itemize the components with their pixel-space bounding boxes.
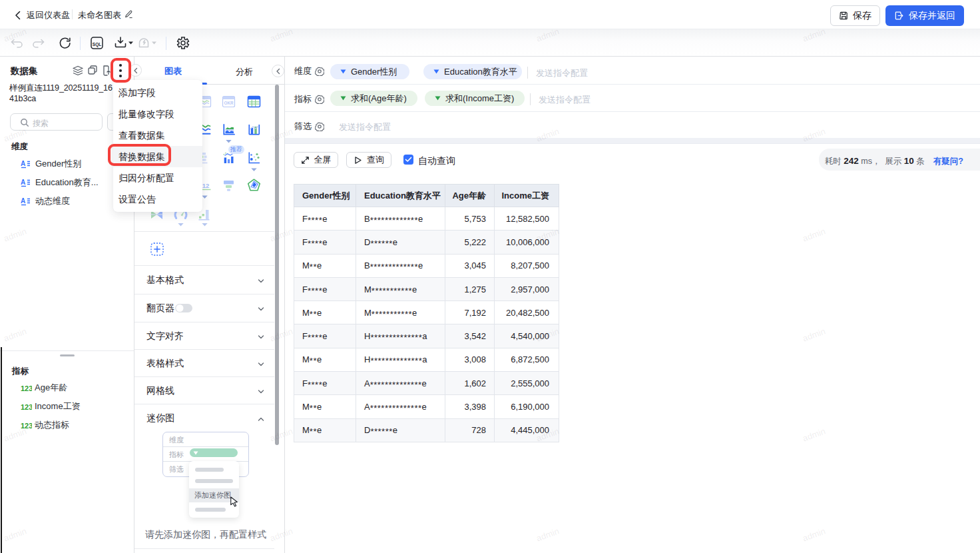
svg-text:A: A: [21, 197, 25, 205]
svg-text:A: A: [21, 160, 25, 167]
svg-text:123: 123: [21, 384, 32, 392]
svg-text:SQL: SQL: [93, 42, 101, 47]
svg-text:OKR: OKR: [224, 101, 234, 105]
svg-text:123: 123: [21, 422, 32, 430]
svg-text:A: A: [21, 179, 25, 186]
svg-text:123: 123: [21, 403, 32, 411]
